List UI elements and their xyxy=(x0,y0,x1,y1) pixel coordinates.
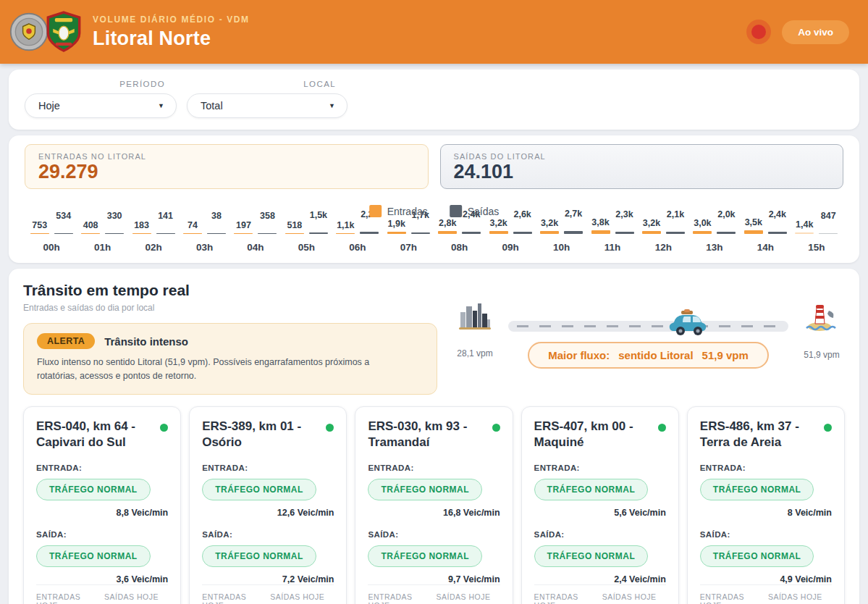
saidas-value-label: 358 xyxy=(260,211,275,221)
saidas-bar xyxy=(666,232,685,234)
local-filter-group: LOCAL Total ▼ xyxy=(187,77,347,118)
coast-vpm-label: 51,9 vpm xyxy=(804,350,839,360)
online-status-dot-icon xyxy=(658,424,666,432)
entrada-label: ENTRADA: xyxy=(534,464,666,472)
entradas-value-label: 2,8k xyxy=(439,219,456,228)
entradas-value-label: 1,4k xyxy=(796,220,813,230)
hour-tick-label: 09h xyxy=(502,242,519,253)
alert-badge: ALERTA xyxy=(37,333,95,349)
summary-and-chart-card: ENTRADAS NO LITORAL 29.279 SAÍDAS DO LIT… xyxy=(9,135,859,263)
entradas-bar xyxy=(234,233,253,234)
road-center-line xyxy=(517,325,780,327)
entrada-status-badge: TRÁFEGO NORMAL xyxy=(534,479,649,500)
saidas-bar xyxy=(615,232,634,234)
entradas-stat-label: ENTRADAS NO LITORAL xyxy=(38,152,415,161)
chart-hour-group: 74 38 03h xyxy=(179,199,229,253)
entradas-value-label: 3,0k xyxy=(694,219,711,228)
saidas-bar xyxy=(360,232,379,234)
realtime-title: Trânsito em tempo real xyxy=(23,282,437,299)
entradas-bar xyxy=(336,233,355,234)
entradas-bar xyxy=(693,231,712,234)
entrada-status-badge: TRÁFEGO NORMAL xyxy=(36,479,151,500)
chevron-down-icon: ▼ xyxy=(158,102,164,109)
entradas-bar xyxy=(285,233,304,234)
chart-hour-group: 1,4k 847 15h xyxy=(791,199,842,253)
realtime-section: Trânsito em tempo real Entradas e saídas… xyxy=(9,269,859,604)
saida-label: SAÍDA: xyxy=(368,530,500,539)
maior-fluxo-rate: 51,9 vpm xyxy=(702,349,749,361)
entradas-bar xyxy=(489,231,508,234)
filter-bar: PERÍODO Hoje ▼ LOCAL Total ▼ xyxy=(9,70,859,130)
chart-hour-group: 753 534 00h xyxy=(26,199,77,253)
location-card[interactable]: ERS-407, km 00 - Maquiné ENTRADA: TRÁFEG… xyxy=(521,406,679,604)
saidas-hoje-label: SAÍDAS HOJE xyxy=(436,592,500,601)
location-card[interactable]: ERS-486, km 37 - Terra de Areia ENTRADA:… xyxy=(687,406,845,604)
periodo-selected-value: Hoje xyxy=(38,100,60,112)
location-card[interactable]: ERS-040, km 64 - Capivari do Sul ENTRADA… xyxy=(23,406,181,604)
periodo-label: PERÍODO xyxy=(25,80,177,88)
chart-hour-group: 3,0k 2,0k 13h xyxy=(689,199,740,253)
entradas-value-label: 3,5k xyxy=(745,218,762,227)
periodo-select[interactable]: Hoje ▼ xyxy=(25,93,177,118)
saida-status-badge: TRÁFEGO NORMAL xyxy=(700,545,814,567)
saidas-hoje-label: SAÍDAS HOJE xyxy=(270,592,334,601)
hour-tick-label: 15h xyxy=(808,242,825,253)
saida-rate: 3,6 Veic/min xyxy=(36,574,168,584)
hour-tick-label: 12h xyxy=(655,242,672,253)
saida-label: SAÍDA: xyxy=(534,530,666,539)
entradas-bar xyxy=(540,231,559,234)
saidas-bar xyxy=(207,233,226,234)
saida-rate: 2,4 Veic/min xyxy=(534,574,666,584)
app-supertitle: VOLUME DIÁRIO MÉDIO - VDM xyxy=(93,14,250,25)
hour-tick-label: 04h xyxy=(247,242,264,253)
hour-tick-label: 10h xyxy=(553,242,570,253)
logo-group xyxy=(9,10,83,54)
saida-status-badge: TRÁFEGO NORMAL xyxy=(534,545,649,567)
location-card[interactable]: ERS-389, km 01 - Osório ENTRADA: TRÁFEGO… xyxy=(189,406,347,604)
entradas-value-label: 408 xyxy=(83,221,98,230)
entrada-rate: 8 Veic/min xyxy=(700,508,832,518)
entradas-bar xyxy=(438,231,457,234)
legend-entradas: Entradas xyxy=(369,205,428,217)
entradas-value-label: 3,8k xyxy=(591,218,609,227)
local-selected-value: Total xyxy=(201,100,223,112)
entradas-stat-value: 29.279 xyxy=(38,162,415,182)
legend-saidas-label: Saídas xyxy=(468,206,500,217)
page-title: Litoral Norte xyxy=(93,28,250,50)
saidas-value-label: 847 xyxy=(821,211,836,221)
saidas-bar xyxy=(411,232,430,234)
entradas-hoje-label: ENTRADAS HOJE xyxy=(700,592,764,604)
hour-tick-label: 07h xyxy=(400,242,417,253)
entradas-bar xyxy=(795,232,814,234)
entradas-bar xyxy=(30,233,49,234)
entradas-value-label: 3,2k xyxy=(489,219,507,228)
local-label: LOCAL xyxy=(187,80,347,88)
chart-legend: Entradas Saídas xyxy=(369,205,500,217)
saidas-value-label: 2,1k xyxy=(667,210,684,219)
live-badge: Ao vivo xyxy=(782,20,849,44)
lighthouse-icon xyxy=(805,301,838,335)
entradas-value-label: 3,2k xyxy=(541,219,558,228)
entradas-bar xyxy=(387,232,406,234)
entradas-hoje-label: ENTRADAS HOJE xyxy=(368,592,431,604)
saida-rate: 9,7 Veic/min xyxy=(368,574,500,584)
location-title: ERS-486, km 37 - Terra de Areia xyxy=(700,419,818,451)
saidas-value-label: 2,4k xyxy=(769,210,786,219)
maior-fluxo-label: Maior fluxo: xyxy=(548,349,610,361)
maior-fluxo-banner: Maior fluxo: sentido Litoral 51,9 vpm xyxy=(528,342,769,369)
entrada-label: ENTRADA: xyxy=(202,464,334,472)
online-status-dot-icon xyxy=(492,424,500,432)
road-graphic xyxy=(508,321,788,332)
entrada-rate: 16,8 Veic/min xyxy=(368,508,500,518)
entradas-value-label: 74 xyxy=(187,221,198,230)
travel-car-icon xyxy=(668,309,710,340)
saidas-bar xyxy=(717,232,736,234)
entradas-litoral-stat: ENTRADAS NO LITORAL 29.279 xyxy=(25,144,429,189)
hour-tick-label: 11h xyxy=(604,242,621,253)
location-title: ERS-040, km 64 - Capivari do Sul xyxy=(36,419,154,451)
location-card[interactable]: ERS-030, km 93 - Tramandaí ENTRADA: TRÁF… xyxy=(355,406,513,604)
local-select[interactable]: Total ▼ xyxy=(187,93,347,118)
chart-hour-group: 518 1,5k 05h xyxy=(281,199,332,253)
entradas-bar xyxy=(183,233,202,234)
entrada-label: ENTRADA: xyxy=(700,464,832,472)
